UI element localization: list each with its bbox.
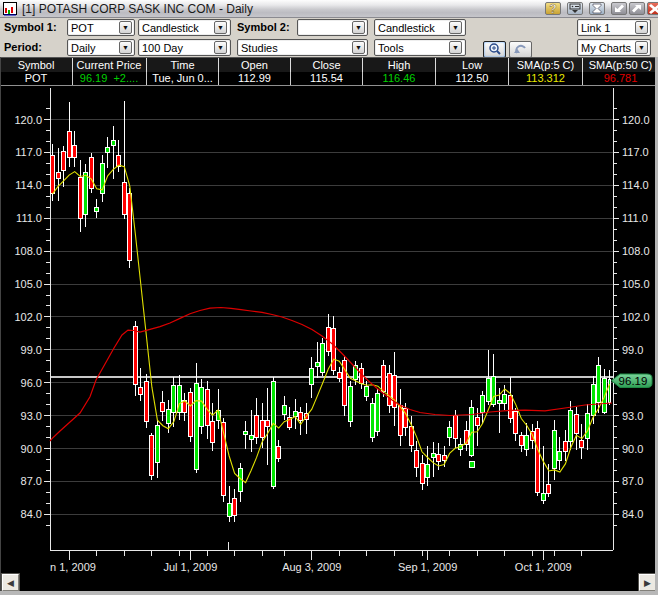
svg-text:99.0: 99.0 [21,344,42,356]
svg-text:84.0: 84.0 [622,508,643,520]
svg-text:120.0: 120.0 [14,114,42,126]
svg-text:?: ? [549,3,556,14]
svg-text:105.0: 105.0 [622,278,650,290]
svg-text:93.0: 93.0 [622,410,643,422]
svg-text:105.0: 105.0 [14,278,42,290]
svg-text:93.0: 93.0 [21,410,42,422]
svg-text:96.0: 96.0 [21,377,42,389]
svg-text:114.0: 114.0 [15,179,42,191]
svg-text:87.0: 87.0 [622,475,643,487]
svg-text:120.0: 120.0 [622,114,650,126]
svg-text:102.0: 102.0 [14,311,42,323]
svg-text:111.0: 111.0 [16,212,42,224]
svg-text:114.0: 114.0 [622,179,649,191]
svg-text:84.0: 84.0 [21,508,42,520]
svg-text:87.0: 87.0 [21,475,42,487]
svg-text:102.0: 102.0 [622,311,650,323]
svg-text:96.19: 96.19 [619,375,648,387]
svg-text:99.0: 99.0 [622,344,643,356]
svg-text:90.0: 90.0 [622,443,643,455]
svg-text:108.0: 108.0 [14,245,42,257]
svg-text:117.0: 117.0 [15,146,42,158]
svg-text:108.0: 108.0 [622,245,650,257]
svg-text:n 1, 2009: n 1, 2009 [50,561,96,573]
svg-text:Sep 1, 2009: Sep 1, 2009 [398,561,457,573]
svg-text:111.0: 111.0 [622,212,648,224]
svg-text:90.0: 90.0 [21,443,42,455]
svg-text:Aug 3, 2009: Aug 3, 2009 [282,561,341,573]
svg-text:117.0: 117.0 [622,146,649,158]
svg-text:Oct 1, 2009: Oct 1, 2009 [515,561,572,573]
svg-text:Jul 1, 2009: Jul 1, 2009 [163,561,217,573]
